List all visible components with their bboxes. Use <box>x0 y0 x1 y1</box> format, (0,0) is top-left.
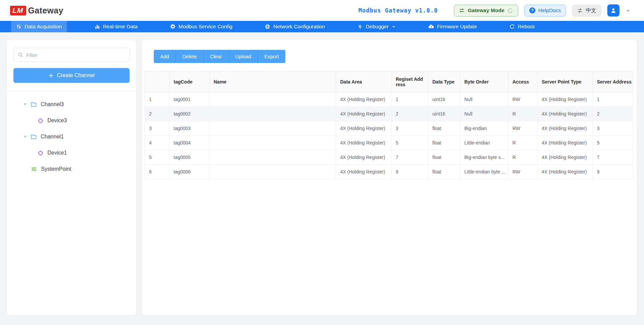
channel-sidebar: Create Channel Channel3 Device3 Channel1 <box>7 40 136 315</box>
cell-name <box>210 107 336 121</box>
nav-debugger[interactable]: Debugger <box>352 21 401 32</box>
gear-icon <box>170 24 176 29</box>
cell-server-point-type: 4X (Holding Register) <box>538 165 593 179</box>
loading-icon <box>507 8 513 13</box>
cell-data-area: 4X (Holding Register) <box>336 121 392 136</box>
cell-register-address: 9 <box>392 165 428 179</box>
cell-access: R <box>508 150 538 165</box>
cell-server-point-type: 4X (Holding Register) <box>538 136 593 150</box>
sliders-vertical-icon <box>16 24 22 29</box>
app-header: LM Gateway Modbus Gateway v1.0.0 Gateway… <box>0 0 644 21</box>
logo-lm-badge: LM <box>10 6 26 15</box>
upload-button[interactable]: Upload <box>228 50 258 63</box>
cell-register-address: 5 <box>392 136 428 150</box>
folder-icon <box>31 102 37 107</box>
nav-label: Firmware Update <box>437 24 477 30</box>
col-access: Access <box>508 71 538 92</box>
export-button[interactable]: Export <box>257 50 285 63</box>
tag-table-panel: Add Delete Clear Upload Export tagCode N… <box>142 40 637 315</box>
person-icon <box>610 7 617 14</box>
cell-server-address: 9 <box>593 165 633 179</box>
main-nav: Data Acquisition Real-time Data Modbus S… <box>0 21 644 32</box>
filter-input[interactable] <box>26 52 125 58</box>
create-channel-button[interactable]: Create Channel <box>13 68 130 83</box>
tree-item-label: SystemPoint <box>41 166 71 172</box>
delete-button[interactable]: Delete <box>176 50 203 63</box>
usb-icon <box>357 24 363 29</box>
cell-name <box>210 121 336 136</box>
table-row[interactable]: 3 tag0003 4X (Holding Register) 3 float … <box>145 121 633 136</box>
cell-byte-order: Little-endian <box>460 136 508 150</box>
table-row[interactable]: 1 tag0001 4X (Holding Register) 1 uint16… <box>145 92 633 107</box>
sliders-icon <box>459 8 465 13</box>
logo-text: Gateway <box>28 6 63 15</box>
nav-data-acquisition[interactable]: Data Acquisition <box>11 21 67 32</box>
folder-icon <box>31 134 37 139</box>
cell-server-address: 1 <box>593 92 633 107</box>
table-row[interactable]: 6 tag0006 4X (Holding Register) 9 float … <box>145 165 633 179</box>
nav-reboot[interactable]: Reboot <box>504 21 540 32</box>
cell-data-type: uint16 <box>428 92 460 107</box>
cell-access: RW <box>508 121 538 136</box>
swap-language-icon <box>577 8 583 13</box>
nav-modbus-service-config[interactable]: Modbus Service Config <box>165 21 238 32</box>
gateway-mode-label: Gateway Mode <box>468 7 504 13</box>
cell-access: RW <box>508 92 538 107</box>
bar-chart-icon <box>95 24 100 29</box>
tree-item-device1[interactable]: Device1 <box>7 145 136 161</box>
cell-server-address: 2 <box>593 107 633 121</box>
cell-register-address: 1 <box>392 92 428 107</box>
caret-down-icon[interactable] <box>24 103 27 105</box>
caret-down-icon[interactable] <box>24 136 27 138</box>
tag-table: tagCode Name Data Area Regiset Address D… <box>145 71 633 179</box>
nav-label: Debugger <box>366 24 389 30</box>
app-logo: LM Gateway <box>10 6 63 15</box>
plus-icon <box>48 73 53 78</box>
table-row[interactable]: 5 tag0005 4X (Holding Register) 7 float … <box>145 150 633 165</box>
nav-network-configuration[interactable]: Network Configuration <box>260 21 330 32</box>
cell-access: RW <box>508 165 538 179</box>
col-register-address: Regiset Address <box>392 71 428 92</box>
table-row[interactable]: 4 tag0004 4X (Holding Register) 5 float … <box>145 136 633 150</box>
helpdocs-button[interactable]: HelpDocs <box>524 5 566 17</box>
nav-label: Network Configuration <box>273 24 325 30</box>
reboot-icon <box>509 24 515 29</box>
add-button[interactable]: Add <box>154 50 176 63</box>
table-row[interactable]: 2 tag0002 4X (Holding Register) 2 uint16… <box>145 107 633 121</box>
cell-server-address: 7 <box>593 150 633 165</box>
cell-register-address: 2 <box>392 107 428 121</box>
sliders-horizontal-icon <box>31 166 37 172</box>
cell-data-type: float <box>428 121 460 136</box>
cell-index: 3 <box>145 121 170 136</box>
tree-item-systempoint[interactable]: SystemPoint <box>7 161 136 177</box>
language-toggle-button[interactable]: 中文 <box>572 5 601 17</box>
tree-item-label: Device3 <box>47 118 67 124</box>
nav-real-time-data[interactable]: Real-time Data <box>90 21 143 32</box>
cell-name <box>210 136 336 150</box>
cell-tagcode: tag0004 <box>170 136 210 150</box>
user-menu-chevron-icon[interactable] <box>625 8 631 13</box>
col-server-address: Server Address <box>593 71 633 92</box>
toolbar-button-group: Add Delete Clear Upload Export <box>154 50 285 63</box>
cell-index: 5 <box>145 150 170 165</box>
nav-firmware-update[interactable]: Firmware Update <box>423 21 482 32</box>
gateway-mode-button[interactable]: Gateway Mode <box>454 5 518 17</box>
chip-icon <box>38 150 43 156</box>
question-circle-icon <box>529 7 535 13</box>
clear-button[interactable]: Clear <box>203 50 228 63</box>
col-name: Name <box>210 71 336 92</box>
cell-register-address: 3 <box>392 121 428 136</box>
channel-tree: Channel3 Device3 Channel1 Device1 Sys <box>7 92 136 177</box>
cell-name <box>210 165 336 179</box>
tree-item-channel3[interactable]: Channel3 <box>7 96 136 112</box>
cell-byte-order: Big-endian byte s... <box>460 150 508 165</box>
tree-item-label: Device1 <box>47 150 67 156</box>
cell-register-address: 7 <box>392 150 428 165</box>
tree-item-channel1[interactable]: Channel1 <box>7 129 136 145</box>
tree-item-device3[interactable]: Device3 <box>7 112 136 129</box>
user-avatar[interactable] <box>607 4 619 17</box>
cell-name <box>210 92 336 107</box>
cell-data-type: float <box>428 165 460 179</box>
cell-server-point-type: 4X (Holding Register) <box>538 121 593 136</box>
cell-byte-order: Null <box>460 107 508 121</box>
